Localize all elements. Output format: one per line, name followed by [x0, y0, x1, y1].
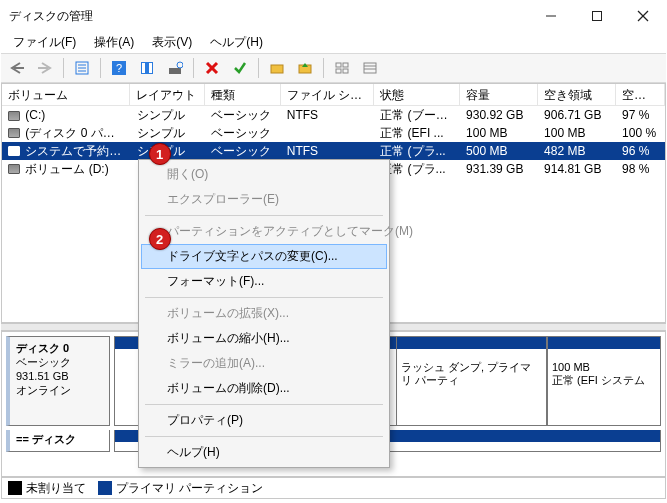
forward-button[interactable]	[33, 56, 57, 80]
cell-type: ベーシック	[205, 125, 281, 142]
cell-volume: (C:)	[2, 108, 131, 122]
svg-point-16	[177, 62, 183, 68]
context-menu-item[interactable]: ヘルプ(H)	[141, 440, 387, 465]
menu-help[interactable]: ヘルプ(H)	[202, 32, 271, 53]
disk-header[interactable]: ディスク 0 ベーシック 931.51 GB オンライン	[6, 336, 110, 426]
volume-row[interactable]: (ディスク 0 パーティショ...シンプルベーシック正常 (EFI ...100…	[2, 124, 665, 142]
back-button[interactable]	[5, 56, 29, 80]
menu-view[interactable]: 表示(V)	[144, 32, 200, 53]
partition-label: 100 MB正常 (EFI システム	[552, 361, 656, 387]
volume-icon	[8, 146, 20, 156]
col-capacity[interactable]: 容量	[460, 84, 538, 105]
context-menu-item: ボリュームの拡張(X)...	[141, 301, 387, 326]
toolbar-detail-button[interactable]	[358, 56, 382, 80]
toolbar-check-button[interactable]	[228, 56, 252, 80]
svg-rect-25	[364, 63, 376, 73]
volume-list-header: ボリューム レイアウト 種類 ファイル システム 状態 容量 空き領域 空き領域…	[2, 84, 665, 106]
cell-pct: 98 %	[616, 162, 665, 176]
partition-label: ラッシュ ダンプ, プライマリ パーティ	[401, 361, 542, 387]
col-free[interactable]: 空き領域	[538, 84, 616, 105]
cell-capacity: 100 MB	[460, 126, 538, 140]
col-volume[interactable]: ボリューム	[2, 84, 130, 105]
cell-layout: シンプル	[131, 107, 205, 124]
toolbar-separator	[258, 58, 259, 78]
toolbar-delete-button[interactable]	[200, 56, 224, 80]
cell-capacity: 931.39 GB	[460, 162, 538, 176]
toolbar-button-list[interactable]	[135, 56, 159, 80]
cell-pct: 97 %	[616, 108, 665, 122]
grid-icon	[334, 60, 350, 76]
toolbar-folder-button[interactable]	[265, 56, 289, 80]
context-menu-item[interactable]: プロパティ(P)	[141, 408, 387, 433]
toolbar-separator	[100, 58, 101, 78]
folder-icon	[269, 60, 285, 76]
cell-free: 906.71 GB	[538, 108, 616, 122]
toolbar: ?	[1, 53, 666, 83]
maximize-button[interactable]	[574, 1, 620, 31]
disk-header[interactable]: == ディスク	[6, 430, 110, 452]
volume-icon	[8, 164, 20, 174]
col-layout[interactable]: レイアウト	[130, 84, 204, 105]
menu-action[interactable]: 操作(A)	[86, 32, 142, 53]
context-menu-item[interactable]: ドライブ文字とパスの変更(C)...	[141, 244, 387, 269]
col-pct[interactable]: 空き領域の	[616, 84, 665, 105]
toolbar-folder-up-button[interactable]	[293, 56, 317, 80]
legend-primary: プライマリ パーティション	[98, 480, 263, 497]
context-menu-item[interactable]: ボリュームの縮小(H)...	[141, 326, 387, 351]
list-icon	[139, 60, 155, 76]
legend: 未割り当て プライマリ パーティション	[1, 477, 666, 499]
svg-rect-1	[593, 12, 602, 21]
context-menu-separator	[145, 404, 383, 405]
toolbar-separator	[63, 58, 64, 78]
partition[interactable]: ラッシュ ダンプ, プライマリ パーティ	[397, 336, 547, 426]
cell-status: 正常 (プラ...	[374, 143, 460, 160]
cell-free: 914.81 GB	[538, 162, 616, 176]
menu-bar: ファイル(F) 操作(A) 表示(V) ヘルプ(H)	[1, 31, 666, 53]
swatch-black-icon	[8, 481, 22, 495]
legend-unallocated: 未割り当て	[8, 480, 86, 497]
cell-type: ベーシック	[205, 143, 281, 160]
svg-rect-15	[169, 68, 181, 74]
svg-rect-19	[271, 65, 283, 73]
cell-layout: シンプル	[131, 125, 205, 142]
volume-row[interactable]: (C:)シンプルベーシックNTFS正常 (ブート...930.92 GB906.…	[2, 106, 665, 124]
cell-fs: NTFS	[281, 108, 375, 122]
cell-status: 正常 (ブート...	[374, 107, 460, 124]
cell-free: 482 MB	[538, 144, 616, 158]
cell-volume: ボリューム (D:)	[2, 161, 131, 178]
svg-rect-22	[343, 63, 348, 67]
check-icon	[232, 60, 248, 76]
svg-text:?: ?	[116, 62, 122, 74]
minimize-button[interactable]	[528, 1, 574, 31]
toolbar-properties-button[interactable]	[70, 56, 94, 80]
cell-volume: システムで予約済み	[2, 143, 131, 160]
col-type[interactable]: 種類	[205, 84, 281, 105]
svg-rect-23	[336, 69, 341, 73]
refresh-button[interactable]: ?	[107, 56, 131, 80]
volume-row[interactable]: システムで予約済みシンプルベーシックNTFS正常 (プラ...500 MB482…	[2, 142, 665, 160]
cell-pct: 96 %	[616, 144, 665, 158]
toolbar-separator	[323, 58, 324, 78]
title-bar: ディスクの管理	[1, 1, 666, 31]
toolbar-rescan-button[interactable]	[163, 56, 187, 80]
back-icon	[8, 61, 26, 75]
partition[interactable]: 100 MB正常 (EFI システム	[547, 336, 661, 426]
volume-icon	[8, 128, 20, 138]
col-status[interactable]: 状態	[374, 84, 460, 105]
close-button[interactable]	[620, 1, 666, 31]
close-icon	[637, 10, 649, 22]
context-menu-item: 開く(O)	[141, 162, 387, 187]
properties-icon	[74, 60, 90, 76]
context-menu-item: ミラーの追加(A)...	[141, 351, 387, 376]
callout-badge-1: 1	[149, 143, 171, 165]
cell-fs: NTFS	[281, 144, 375, 158]
menu-file[interactable]: ファイル(F)	[5, 32, 84, 53]
disk-status: オンライン	[16, 383, 103, 397]
context-menu-separator	[145, 215, 383, 216]
context-menu-item[interactable]: ボリュームの削除(D)...	[141, 376, 387, 401]
forward-icon	[36, 61, 54, 75]
col-filesystem[interactable]: ファイル システム	[281, 84, 375, 105]
toolbar-grid-button[interactable]	[330, 56, 354, 80]
context-menu-item[interactable]: フォーマット(F)...	[141, 269, 387, 294]
disk-type: ベーシック	[16, 355, 103, 369]
